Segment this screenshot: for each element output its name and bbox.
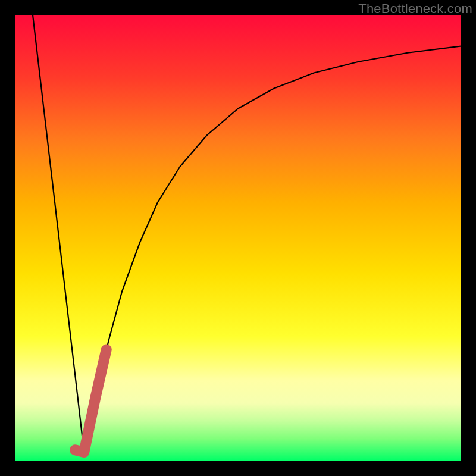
curve-right-branch: [84, 46, 461, 453]
curve-layer: [15, 15, 461, 461]
plot-area: [15, 15, 461, 461]
chart-frame: TheBottleneck.com: [0, 0, 476, 476]
curve-left-branch: [33, 15, 84, 452]
watermark-text: TheBottleneck.com: [358, 1, 472, 17]
highlight-segment: [75, 350, 107, 453]
